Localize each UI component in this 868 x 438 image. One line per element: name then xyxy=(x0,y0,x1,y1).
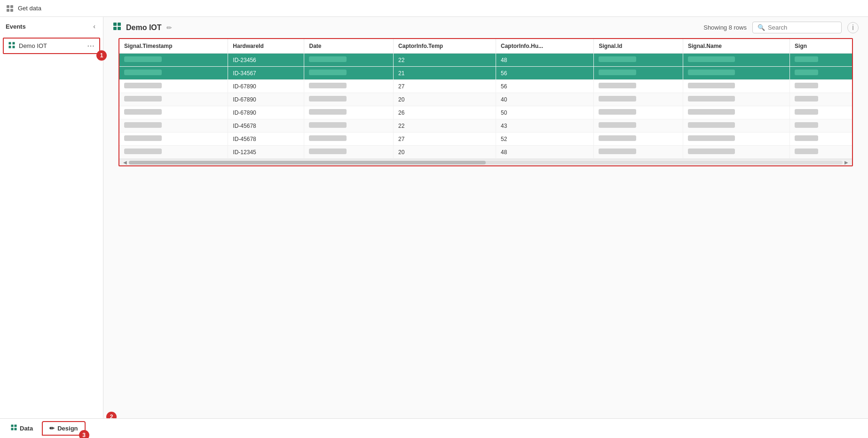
scroll-left-arrow[interactable]: ◀ xyxy=(121,160,129,165)
tab-data-label: Data xyxy=(20,425,33,432)
search-input[interactable] xyxy=(768,24,836,31)
demo-iot-icon xyxy=(8,42,15,50)
cell-timestamp xyxy=(119,133,228,146)
content-header: Demo IOT ✏ Showing 8 rows 🔍 i xyxy=(103,17,868,38)
cell-timestamp xyxy=(119,93,228,106)
cell-signal-name xyxy=(683,80,789,93)
demo-iot-label: Demo IOT xyxy=(19,42,83,49)
table-row: ID-67890 27 56 xyxy=(119,80,852,93)
get-data-icon xyxy=(6,4,14,13)
cell-date xyxy=(304,146,394,159)
cell-date xyxy=(304,67,394,80)
content-title-group: Demo IOT ✏ xyxy=(113,22,172,33)
tab-data-icon xyxy=(11,424,17,432)
cell-hardware-id: ID-67890 xyxy=(228,80,304,93)
table-header-row: Signal.Timestamp HardwareId Date CaptorI… xyxy=(119,39,852,54)
col-signal-name: Signal.Name xyxy=(683,39,789,54)
annotation-badge-3: 3 xyxy=(79,430,89,438)
cell-signal-name xyxy=(683,54,789,67)
svg-rect-11 xyxy=(118,27,121,30)
info-icon[interactable]: i xyxy=(847,22,859,33)
cell-signal-id xyxy=(594,80,683,93)
cell-sign xyxy=(790,106,852,119)
cell-date xyxy=(304,54,394,67)
svg-rect-12 xyxy=(11,425,14,427)
cell-hardware-id: ID-12345 xyxy=(228,146,304,159)
col-date: Date xyxy=(304,39,394,54)
svg-rect-2 xyxy=(7,9,9,12)
cell-temp: 20 xyxy=(394,93,496,106)
cell-sign xyxy=(790,54,852,67)
col-captor-temp: CaptorInfo.Temp xyxy=(394,39,496,54)
svg-rect-13 xyxy=(15,425,17,427)
cell-temp: 27 xyxy=(394,133,496,146)
cell-temp: 22 xyxy=(394,119,496,133)
table-row: ID-45678 22 43 xyxy=(119,119,852,133)
cell-sign xyxy=(790,67,852,80)
cell-signal-id xyxy=(594,146,683,159)
content-title-icon xyxy=(113,22,121,33)
cell-signal-id xyxy=(594,106,683,119)
col-captor-hu: CaptorInfo.Hu... xyxy=(496,39,594,54)
cell-timestamp xyxy=(119,54,228,67)
sidebar-header: Events ‹ xyxy=(0,17,103,36)
table-row: ID-67890 20 40 xyxy=(119,93,852,106)
table-row: ID-45678 27 52 xyxy=(119,133,852,146)
svg-rect-5 xyxy=(13,42,15,45)
sidebar-collapse-button[interactable]: ‹ xyxy=(91,22,97,31)
cell-signal-name xyxy=(683,146,789,159)
annotation-badge-1: 1 xyxy=(96,50,107,61)
scroll-right-arrow[interactable]: ▶ xyxy=(843,160,850,165)
svg-rect-9 xyxy=(118,23,121,26)
cell-timestamp xyxy=(119,106,228,119)
cell-humidity: 56 xyxy=(496,67,594,80)
tab-design-label: Design xyxy=(57,425,78,432)
horizontal-scrollbar[interactable]: ◀ ▶ xyxy=(119,159,852,165)
cell-humidity: 48 xyxy=(496,146,594,159)
cell-date xyxy=(304,106,394,119)
col-hardware-id: HardwareId xyxy=(228,39,304,54)
table-row: ID-67890 26 50 xyxy=(119,106,852,119)
cell-humidity: 43 xyxy=(496,119,594,133)
top-bar-title: Get data xyxy=(18,5,41,12)
sidebar-title: Events xyxy=(6,23,26,30)
sidebar-item-demo-iot[interactable]: Demo IOT ⋯ xyxy=(3,38,100,54)
cell-hardware-id: ID-34567 xyxy=(228,67,304,80)
cell-temp: 27 xyxy=(394,80,496,93)
tab-data[interactable]: Data xyxy=(4,421,40,436)
search-icon: 🔍 xyxy=(758,24,765,31)
demo-iot-menu-icon[interactable]: ⋯ xyxy=(87,41,95,50)
scroll-thumb[interactable] xyxy=(129,161,486,164)
cell-date xyxy=(304,133,394,146)
table-row: ID-12345 20 48 xyxy=(119,146,852,159)
svg-rect-4 xyxy=(9,42,11,45)
sidebar: Events ‹ Demo IOT ⋯ 1 xyxy=(0,17,103,418)
svg-rect-3 xyxy=(10,9,13,12)
content-title: Demo IOT xyxy=(126,23,162,32)
search-box[interactable]: 🔍 xyxy=(752,22,842,33)
svg-rect-10 xyxy=(113,27,117,30)
cell-timestamp xyxy=(119,80,228,93)
sidebar-item-wrapper: Demo IOT ⋯ 1 xyxy=(0,36,103,56)
cell-humidity: 56 xyxy=(496,80,594,93)
cell-hardware-id: ID-67890 xyxy=(228,106,304,119)
cell-date xyxy=(304,93,394,106)
cell-humidity: 52 xyxy=(496,133,594,146)
cell-signal-id xyxy=(594,67,683,80)
scroll-track[interactable] xyxy=(129,161,843,164)
table-scroll-area[interactable]: Signal.Timestamp HardwareId Date CaptorI… xyxy=(119,39,852,159)
svg-rect-8 xyxy=(113,23,117,26)
table-row: ID-34567 21 56 xyxy=(119,67,852,80)
cell-humidity: 40 xyxy=(496,93,594,106)
cell-sign xyxy=(790,146,852,159)
col-signal-id: Signal.Id xyxy=(594,39,683,54)
col-signal-timestamp: Signal.Timestamp xyxy=(119,39,228,54)
svg-rect-6 xyxy=(9,46,11,48)
svg-rect-1 xyxy=(10,5,13,8)
bottom-bar: Data ✏ Design 3 xyxy=(0,418,868,438)
cell-timestamp xyxy=(119,119,228,133)
cell-signal-id xyxy=(594,133,683,146)
content-edit-icon[interactable]: ✏ xyxy=(166,24,172,31)
cell-hardware-id: ID-23456 xyxy=(228,54,304,67)
cell-sign xyxy=(790,93,852,106)
